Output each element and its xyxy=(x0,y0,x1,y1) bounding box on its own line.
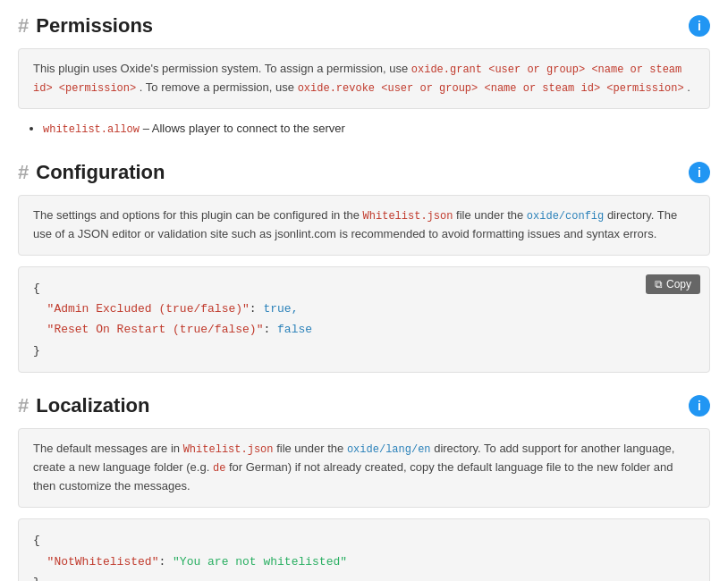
config-line1-key: "Admin Excluded (true/false)" xyxy=(47,302,250,316)
config-line1-colon: : xyxy=(250,302,264,316)
local-info-code-3: de xyxy=(213,462,225,475)
permissions-title: Permissions xyxy=(36,14,153,38)
local-info-code-1: Whitelist.json xyxy=(183,443,274,456)
config-info-text-1: The settings and options for this plugin… xyxy=(33,208,360,222)
config-info-code-2: oxide/config xyxy=(527,210,604,223)
localization-info-icon[interactable]: i xyxy=(689,395,710,417)
local-info-code-2: oxide/lang/en xyxy=(347,443,431,456)
permissions-info-icon[interactable]: i xyxy=(689,15,710,37)
config-line1-value: true, xyxy=(263,302,298,316)
configuration-title-group: # Configuration xyxy=(18,161,165,184)
permissions-info-text-1: This plugin uses Oxide's permission syst… xyxy=(33,62,408,75)
local-brace-open: { xyxy=(33,534,40,547)
brace-close: } xyxy=(33,344,40,358)
code-content: { "Admin Excluded (true/false)": true, "… xyxy=(33,278,695,362)
configuration-header: # Configuration i xyxy=(18,161,710,184)
config-line2-key: "Reset On Restart (true/false)" xyxy=(47,323,264,336)
permissions-info-code-2: oxide.revoke <user or group> <name or st… xyxy=(298,82,684,95)
configuration-title: Configuration xyxy=(36,161,165,184)
local-info-text-1: The default messages are in xyxy=(33,442,180,455)
localization-header: # Localization i xyxy=(18,394,710,417)
configuration-info-box: The settings and options for this plugin… xyxy=(18,195,710,256)
configuration-code-block: ⧉ Copy { "Admin Excluded (true/false)": … xyxy=(18,266,710,374)
copy-button-label: Copy xyxy=(666,278,691,290)
localization-title: Localization xyxy=(36,394,149,417)
local-line1-key: "NotWhitelisted" xyxy=(47,555,159,568)
local-info-text-2: file under the xyxy=(276,442,343,455)
permissions-section: # Permissions i This plugin uses Oxide's… xyxy=(18,14,710,139)
permissions-hash: # xyxy=(18,14,29,38)
configuration-section: # Configuration i The settings and optio… xyxy=(18,161,710,374)
permissions-info-text-3: . xyxy=(687,80,690,94)
localization-info-box: The default messages are in Whitelist.js… xyxy=(18,428,710,508)
copy-icon: ⧉ xyxy=(655,278,663,290)
permission-code: whitelist.allow xyxy=(43,123,140,136)
permissions-info-text-2: . To remove a permission, use xyxy=(140,80,294,94)
local-brace-close: } xyxy=(33,576,40,581)
permissions-list: whitelist.allow – Allows player to conne… xyxy=(18,120,710,139)
list-item: whitelist.allow – Allows player to conne… xyxy=(43,120,710,139)
brace-open: { xyxy=(33,282,40,295)
config-info-text-2: file under the xyxy=(456,208,523,222)
localization-section: # Localization i The default messages ar… xyxy=(18,394,710,581)
local-code-content: { "NotWhitelisted": "You are not whiteli… xyxy=(33,530,695,581)
config-line2-value: false xyxy=(277,323,312,336)
localization-hash: # xyxy=(18,394,29,417)
permissions-title-group: # Permissions xyxy=(18,14,153,38)
local-line1-value: "You are not whitelisted" xyxy=(173,555,347,568)
localization-code-block: { "NotWhitelisted": "You are not whiteli… xyxy=(18,518,710,581)
config-line2-colon: : xyxy=(263,323,277,336)
permission-desc: Allows player to connect to the server xyxy=(149,122,345,135)
config-info-code-1: Whitelist.json xyxy=(363,210,453,223)
permissions-header: # Permissions i xyxy=(18,14,710,38)
copy-button[interactable]: ⧉ Copy xyxy=(646,274,700,294)
local-line1-colon: : xyxy=(158,555,173,568)
configuration-info-icon[interactable]: i xyxy=(689,162,710,183)
permission-dash: – xyxy=(143,122,149,135)
localization-title-group: # Localization xyxy=(18,394,149,417)
configuration-hash: # xyxy=(18,161,29,184)
permissions-info-box: This plugin uses Oxide's permission syst… xyxy=(18,48,710,109)
